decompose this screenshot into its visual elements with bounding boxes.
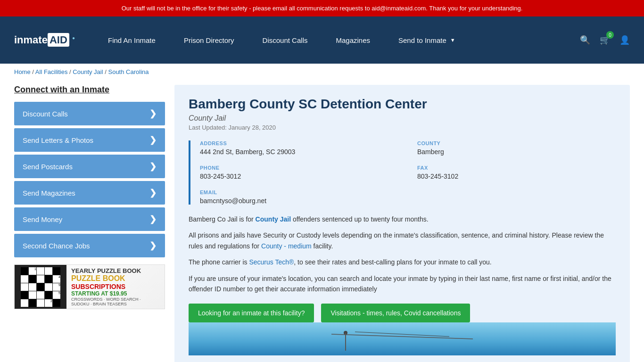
phone-block: PHONE 803-245-3012 bbox=[200, 165, 398, 180]
logo[interactable]: inmateAID ● bbox=[14, 34, 75, 46]
sidebar-btn-send-magazines[interactable]: Send Magazines ❯ bbox=[14, 181, 165, 205]
county-block: COUNTY Bamberg bbox=[417, 140, 616, 156]
breadcrumb-south-carolina[interactable]: South Carolina bbox=[108, 68, 149, 75]
chevron-down-icon: ▼ bbox=[450, 37, 455, 43]
svg-line-1 bbox=[355, 332, 449, 337]
cart-button[interactable]: 🛒 0 bbox=[600, 35, 610, 45]
description-1: Bamberg Co Jail is for County Jail offen… bbox=[189, 214, 616, 224]
breadcrumb-county-jail[interactable]: County Jail bbox=[73, 68, 103, 75]
user-icon[interactable]: 👤 bbox=[619, 35, 630, 45]
county-label: COUNTY bbox=[417, 140, 616, 146]
chevron-right-icon: ❯ bbox=[149, 135, 157, 145]
fax-value: 803-245-3102 bbox=[417, 173, 616, 180]
facility-content: Bamberg County SC Detention Center Count… bbox=[174, 85, 630, 362]
phone-label: PHONE bbox=[200, 165, 398, 171]
fax-block: FAX 803-245-3102 bbox=[417, 165, 616, 180]
county-value: Bamberg bbox=[417, 148, 616, 156]
email-value: bamcntyso@oburg.net bbox=[200, 197, 398, 205]
facility-photo bbox=[189, 322, 616, 355]
chevron-right-icon: ❯ bbox=[149, 240, 157, 251]
address-label: ADDRESS bbox=[200, 140, 398, 146]
nav-find-inmate[interactable]: Find An Inmate bbox=[94, 36, 170, 44]
sidebar-btn-discount-calls[interactable]: Discount Calls ❯ bbox=[14, 102, 165, 125]
sidebar-title: Connect with an Inmate bbox=[14, 85, 165, 95]
address-block: ADDRESS 444 2nd St, Bamberg, SC 29003 bbox=[200, 140, 398, 156]
main-nav: Find An Inmate Prison Directory Discount… bbox=[94, 36, 580, 44]
sidebar: Connect with an Inmate Discount Calls ❯ … bbox=[14, 85, 165, 362]
email-label: EMAIL bbox=[200, 189, 398, 195]
nav-send-to-inmate[interactable]: Send to Inmate ▼ bbox=[384, 36, 470, 44]
header: inmateAID ● Find An Inmate Prison Direct… bbox=[0, 16, 644, 64]
photo-decoration bbox=[308, 322, 496, 355]
facility-last-updated: Last Updated: January 28, 2020 bbox=[189, 124, 616, 131]
facility-title: Bamberg County SC Detention Center bbox=[189, 97, 616, 112]
county-medium-link[interactable]: County - medium bbox=[261, 242, 312, 250]
visitations-button[interactable]: Visitations - times, rules, Covid cancel… bbox=[321, 304, 470, 322]
chevron-right-icon: ❯ bbox=[149, 108, 157, 119]
nav-magazines[interactable]: Magazines bbox=[322, 36, 384, 44]
county-jail-link-1[interactable]: County Jail bbox=[256, 215, 291, 223]
facility-info-section: ADDRESS 444 2nd St, Bamberg, SC 29003 CO… bbox=[189, 140, 616, 205]
nav-discount-calls[interactable]: Discount Calls bbox=[248, 36, 322, 44]
svg-line-0 bbox=[331, 334, 473, 339]
fax-label: FAX bbox=[417, 165, 616, 171]
chevron-right-icon: ❯ bbox=[149, 214, 157, 224]
breadcrumb-home[interactable]: Home bbox=[14, 68, 31, 75]
sidebar-btn-second-chance-jobs[interactable]: Second Chance Jobs ❯ bbox=[14, 234, 165, 257]
logo-text: inmateAID ● bbox=[14, 34, 75, 46]
email-block: EMAIL bamcntyso@oburg.net bbox=[200, 189, 398, 205]
sidebar-btn-send-letters[interactable]: Send Letters & Photos ❯ bbox=[14, 128, 165, 152]
nav-prison-directory[interactable]: Prison Directory bbox=[170, 36, 248, 44]
main-content: Connect with an Inmate Discount Calls ❯ … bbox=[0, 80, 644, 362]
nav-icons: 🔍 🛒 0 👤 bbox=[580, 35, 630, 45]
breadcrumb-all-facilities[interactable]: All Facilities bbox=[35, 68, 68, 75]
description-3: The phone carrier is Securus Tech®, to s… bbox=[189, 257, 616, 267]
sidebar-btn-send-postcards[interactable]: Send Postcards ❯ bbox=[14, 155, 165, 178]
address-value: 444 2nd St, Bamberg, SC 29003 bbox=[200, 148, 398, 156]
chevron-right-icon: ❯ bbox=[149, 188, 157, 198]
description-4: If you are unsure of your inmate's locat… bbox=[189, 273, 616, 295]
sidebar-btn-send-money[interactable]: Send Money ❯ bbox=[14, 207, 165, 231]
action-buttons: Looking for an inmate at this facility? … bbox=[189, 304, 616, 322]
puzzle-ad-image: 1 4 9 5 2 bbox=[15, 264, 66, 309]
looking-for-inmate-button[interactable]: Looking for an inmate at this facility? bbox=[189, 304, 314, 322]
puzzle-ad-text: YEARLY PUZZLE BOOK PUZZLE BOOK SUBSCRIPT… bbox=[66, 264, 165, 309]
facility-type: County Jail bbox=[189, 114, 616, 123]
securus-tech-link[interactable]: Securus Tech® bbox=[249, 258, 294, 266]
chevron-right-icon: ❯ bbox=[149, 161, 157, 172]
phone-value: 803-245-3012 bbox=[200, 173, 398, 180]
facility-info-grid: ADDRESS 444 2nd St, Bamberg, SC 29003 CO… bbox=[200, 140, 616, 205]
description-2: All prisons and jails have Security or C… bbox=[189, 230, 616, 251]
search-icon[interactable]: 🔍 bbox=[580, 35, 590, 45]
alert-banner: Our staff will not be in the office for … bbox=[0, 0, 644, 16]
cart-badge: 0 bbox=[606, 31, 614, 39]
breadcrumb: Home / All Facilities / County Jail / So… bbox=[0, 64, 644, 80]
puzzle-ad[interactable]: 1 4 9 5 2 YEARLY PUZZLE BOOK PUZZLE BOOK… bbox=[14, 264, 165, 309]
